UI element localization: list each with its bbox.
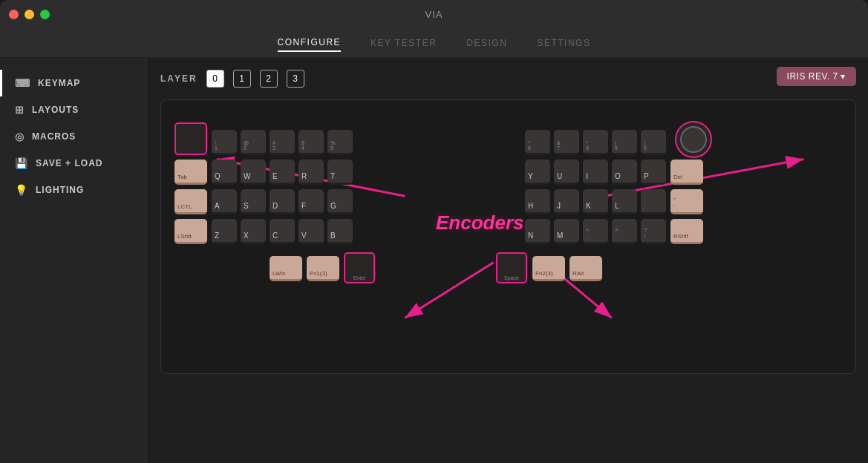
sidebar-item-layouts[interactable]: ⊞ LAYOUTS — [0, 96, 148, 123]
key-space-encoder[interactable]: Space — [496, 252, 527, 283]
sidebar: ⌨ KEYMAP ⊞ LAYOUTS ◎ MACROS 💾 SAVE + LOA… — [0, 58, 149, 463]
nav-configure[interactable]: CONFIGURE — [278, 34, 342, 52]
key-u[interactable]: U — [554, 160, 579, 185]
key-9[interactable]: ( 9 — [612, 130, 637, 155]
layouts-icon: ⊞ — [15, 104, 25, 116]
lighting-icon: 💡 — [15, 184, 28, 196]
save-icon: 💾 — [15, 157, 28, 169]
key-h[interactable]: H — [525, 189, 550, 214]
key-3[interactable]: # 3 — [270, 130, 295, 155]
key-t[interactable]: T — [327, 160, 353, 185]
key-m[interactable]: M — [554, 219, 579, 244]
key-o[interactable]: O — [612, 160, 637, 185]
key-w[interactable]: W — [241, 160, 266, 185]
key-f[interactable]: F — [298, 189, 324, 214]
key-1[interactable]: ! 1 — [212, 130, 237, 155]
key-z[interactable]: Z — [212, 219, 237, 244]
key-lctl[interactable]: LCTL — [174, 189, 207, 214]
keyboard-dropdown[interactable]: IRIS REV. 7 ▾ — [777, 67, 856, 86]
key-4[interactable]: $ 4 — [298, 130, 324, 155]
layer-2-button[interactable]: 2 — [260, 70, 278, 88]
key-slash[interactable]: ? / — [641, 219, 666, 244]
key-r[interactable]: R — [298, 160, 324, 185]
key-semicolon[interactable]: : ; — [641, 189, 666, 214]
key-a[interactable]: A — [212, 189, 237, 214]
key-j[interactable]: J — [554, 189, 579, 214]
main-layout: ⌨ KEYMAP ⊞ LAYOUTS ◎ MACROS 💾 SAVE + LOA… — [0, 58, 868, 463]
key-s[interactable]: S — [241, 189, 266, 214]
key-6[interactable]: ^ 6 — [525, 130, 550, 155]
encoders-label: Encoders — [436, 211, 524, 234]
sidebar-item-lighting[interactable]: 💡 LIGHTING — [0, 177, 148, 203]
key-b[interactable]: B — [327, 219, 353, 244]
layer-3-button[interactable]: 3 — [287, 70, 304, 88]
key-v[interactable]: V — [298, 219, 324, 244]
layer-1-button[interactable]: 1 — [233, 70, 251, 88]
key-fn2[interactable]: Fn2(3) — [532, 256, 565, 281]
key-left-encoder-top[interactable] — [174, 122, 207, 155]
key-c[interactable]: C — [270, 219, 295, 244]
key-ralt[interactable]: RAlt — [570, 256, 602, 281]
close-button[interactable] — [9, 10, 19, 19]
minimize-button[interactable] — [25, 10, 34, 19]
key-x[interactable]: X — [241, 219, 266, 244]
nav-bar: CONFIGURE KEY TESTER DESIGN SETTINGS — [0, 28, 868, 58]
sidebar-item-keymap[interactable]: ⌨ KEYMAP — [0, 70, 148, 96]
key-comma[interactable]: < , — [583, 219, 608, 244]
nav-design[interactable]: DESIGN — [466, 35, 507, 51]
key-8[interactable]: * 8 — [583, 130, 608, 155]
key-i[interactable]: I — [583, 160, 608, 185]
sidebar-item-macros[interactable]: ◎ MACROS — [0, 123, 148, 150]
layer-0-button[interactable]: 0 — [206, 70, 224, 88]
layer-label: LAYER — [160, 73, 198, 84]
sidebar-layouts-label: LAYOUTS — [32, 105, 79, 115]
nav-key-tester[interactable]: KEY TESTER — [371, 35, 437, 51]
key-0[interactable]: ) 0 — [641, 130, 666, 155]
macros-icon: ◎ — [15, 131, 25, 142]
key-e[interactable]: E — [270, 160, 295, 185]
app-title: VIA — [425, 9, 443, 20]
key-y[interactable]: Y — [525, 160, 550, 185]
key-l[interactable]: L — [612, 189, 637, 214]
sidebar-keymap-label: KEYMAP — [38, 78, 80, 88]
key-fn1[interactable]: Fn1(3) — [307, 256, 339, 281]
sidebar-save-label: SAVE + LOAD — [36, 158, 102, 168]
key-lshift[interactable]: LShft — [174, 219, 207, 244]
sidebar-lighting-label: LIGHTING — [36, 185, 84, 195]
key-d[interactable]: D — [270, 189, 295, 214]
key-7[interactable]: & 7 — [554, 130, 579, 155]
key-period[interactable]: > . — [612, 219, 637, 244]
key-del[interactable]: Del — [670, 160, 703, 185]
traffic-lights — [9, 10, 50, 19]
key-tab[interactable]: Tab — [174, 160, 207, 185]
sidebar-item-save-load[interactable]: 💾 SAVE + LOAD — [0, 150, 148, 177]
keyboard-area: Encoders ! 1 @ 2 # 3 $ 4 % 5 — [160, 99, 856, 374]
nav-settings[interactable]: SETTINGS — [537, 35, 590, 51]
key-lwin[interactable]: LWin — [270, 256, 302, 281]
sidebar-macros-label: MACROS — [32, 131, 76, 142]
key-g[interactable]: G — [327, 189, 353, 214]
key-2[interactable]: @ 2 — [241, 130, 266, 155]
key-right-encoder-top[interactable] — [675, 121, 712, 158]
key-q[interactable]: Q — [212, 160, 237, 185]
title-bar: VIA — [0, 0, 868, 28]
layer-bar: LAYER 0 1 2 3 — [160, 70, 856, 88]
key-enter-encoder[interactable]: Enter — [344, 252, 375, 283]
key-k[interactable]: K — [583, 189, 608, 214]
maximize-button[interactable] — [40, 10, 50, 19]
keyboard-icon: ⌨ — [15, 77, 30, 89]
key-quote[interactable]: " ' — [670, 189, 703, 214]
content-area: LAYER 0 1 2 3 IRIS REV. 7 ▾ — [149, 58, 868, 463]
keyboard-dropdown-label: IRIS REV. 7 ▾ — [787, 71, 846, 82]
key-5[interactable]: % 5 — [327, 130, 353, 155]
key-rshift[interactable]: RShft — [670, 219, 703, 244]
key-n[interactable]: N — [525, 219, 550, 244]
key-p[interactable]: P — [641, 160, 666, 185]
